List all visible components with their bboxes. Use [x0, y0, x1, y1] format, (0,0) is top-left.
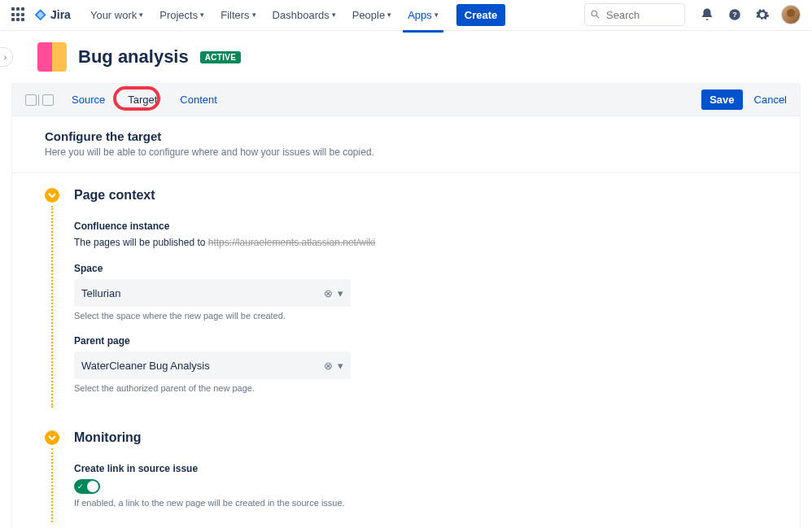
- space-label: Space: [74, 263, 351, 274]
- tab-content[interactable]: Content: [180, 94, 217, 106]
- section-heading: Page context: [74, 188, 767, 203]
- chevron-down-icon: [48, 191, 56, 199]
- project-title: Bug analysis: [78, 46, 189, 68]
- nav-filters[interactable]: Filters▾: [212, 4, 264, 26]
- chevron-down-icon: ▾: [338, 360, 343, 372]
- space-hint: Select the space where the new page will…: [74, 311, 351, 321]
- cancel-button[interactable]: Cancel: [754, 94, 787, 106]
- section-monitoring: Monitoring Create link in source issue ✓…: [45, 430, 767, 522]
- status-badge: ACTIVE: [200, 51, 241, 63]
- layout-switcher[interactable]: [25, 94, 54, 106]
- toggle-label: Create link in source issue: [74, 463, 767, 474]
- app-switcher-icon[interactable]: [11, 7, 26, 22]
- nav-projects[interactable]: Projects▾: [151, 4, 212, 26]
- tab-target[interactable]: Target: [128, 94, 157, 106]
- bell-icon: [700, 7, 714, 22]
- nav-your-work[interactable]: Your work▾: [82, 4, 151, 26]
- nav-apps[interactable]: Apps▾: [399, 4, 447, 26]
- chevron-down-icon: [48, 434, 56, 442]
- section-timeline-line: [51, 206, 53, 408]
- notifications-icon[interactable]: [698, 6, 716, 24]
- create-link-toggle[interactable]: ✓: [74, 479, 100, 494]
- layout-column-icon: [25, 94, 37, 106]
- section-page-context: Page context Confluence instance The pag…: [45, 188, 767, 408]
- save-button[interactable]: Save: [701, 89, 742, 110]
- project-logo: [37, 42, 67, 72]
- section-heading: Monitoring: [74, 430, 767, 445]
- confluence-instance-text: The pages will be published to https://l…: [74, 237, 767, 248]
- clear-icon[interactable]: ⊗: [324, 287, 333, 299]
- parent-page-label: Parent page: [74, 335, 351, 347]
- jira-icon: [34, 8, 47, 21]
- product-name: Jira: [50, 8, 71, 21]
- create-button[interactable]: Create: [456, 4, 505, 26]
- tab-target-label: Target: [128, 94, 157, 106]
- layout-full-icon: [42, 94, 54, 106]
- confluence-url: https://lauraelements.atlassian.net/wiki: [208, 237, 375, 248]
- jira-logo[interactable]: Jira: [34, 8, 71, 21]
- user-avatar[interactable]: [781, 5, 801, 24]
- page-subtitle: Here you will be able to configure where…: [45, 146, 767, 158]
- parent-page-value: WaterCleaner Bug Analysis: [81, 360, 210, 372]
- svg-line-1: [596, 15, 599, 18]
- nav-people[interactable]: People▾: [344, 4, 399, 26]
- section-collapse-button[interactable]: [45, 430, 59, 445]
- svg-text:?: ?: [732, 11, 737, 19]
- space-select[interactable]: Tellurian ⊗ ▾: [74, 279, 351, 307]
- section-timeline-line: [51, 448, 53, 522]
- chevron-down-icon: ▾: [338, 287, 343, 299]
- help-icon[interactable]: ?: [726, 6, 744, 24]
- layout-split-icon: [38, 94, 41, 106]
- highlight-annotation: [113, 86, 160, 111]
- parent-page-select[interactable]: WaterCleaner Bug Analysis ⊗ ▾: [74, 351, 351, 379]
- search-box: [584, 3, 685, 26]
- primary-nav: Your work▾ Projects▾ Filters▾ Dashboards…: [82, 4, 447, 26]
- tab-source[interactable]: Source: [72, 94, 105, 106]
- svg-point-0: [592, 11, 597, 16]
- search-icon: [590, 9, 600, 20]
- space-value: Tellurian: [81, 287, 120, 299]
- toggle-hint: If enabled, a link to the new page will …: [74, 498, 767, 508]
- check-icon: ✓: [77, 482, 84, 491]
- gear-icon: [755, 7, 770, 22]
- parent-page-hint: Select the authorized parent of the new …: [74, 383, 351, 393]
- confluence-instance-label: Confluence instance: [74, 220, 767, 232]
- clear-icon[interactable]: ⊗: [324, 360, 333, 372]
- settings-icon[interactable]: [753, 6, 771, 24]
- section-collapse-button[interactable]: [45, 188, 59, 203]
- page-title: Configure the target: [45, 129, 767, 143]
- nav-dashboards[interactable]: Dashboards▾: [264, 4, 344, 26]
